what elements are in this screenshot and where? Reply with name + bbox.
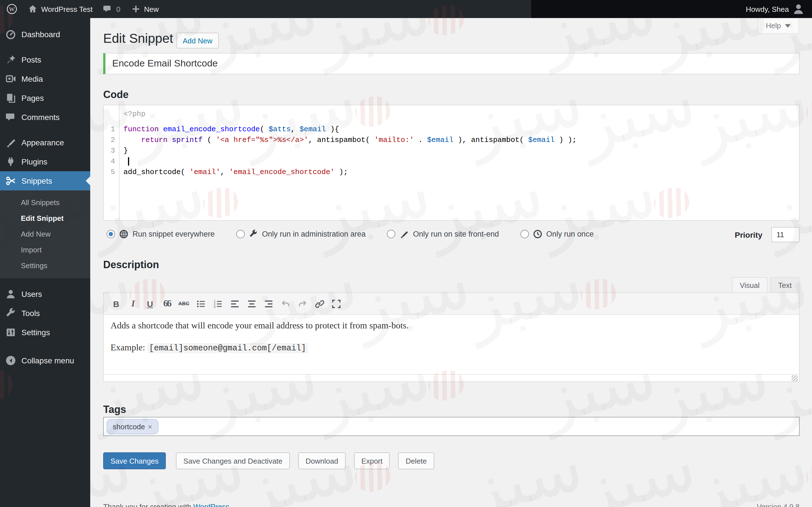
- code-editor[interactable]: <?php1function email_encode_shortcode( $…: [103, 105, 800, 221]
- page-title: Edit Snippet: [103, 31, 173, 47]
- bullet-list-icon: [195, 298, 206, 309]
- sidebar-item-comments[interactable]: Comments: [0, 108, 90, 127]
- radio-circle[interactable]: [236, 230, 245, 238]
- comments-counter[interactable]: 0: [98, 0, 125, 18]
- strikethrough-icon: ABC: [179, 301, 190, 306]
- numbered-list-button[interactable]: 123: [209, 296, 226, 312]
- underline-button[interactable]: U: [142, 296, 158, 312]
- code-section-heading: Code: [103, 89, 129, 101]
- redo-button[interactable]: [294, 296, 311, 312]
- add-new-button[interactable]: Add New: [176, 33, 219, 48]
- sidebar-item-pages[interactable]: Pages: [0, 89, 90, 108]
- save-changes-button[interactable]: Save Changes: [103, 452, 166, 469]
- undo-button[interactable]: [277, 296, 294, 312]
- radio-circle[interactable]: [520, 230, 529, 238]
- sidebar-item-label: Dashboard: [21, 30, 60, 39]
- new-content-menu[interactable]: New: [125, 0, 164, 18]
- save-changes-and-deactivate-button[interactable]: Save Changes and Deactivate: [176, 452, 290, 469]
- sidebar-item-label: Media: [21, 74, 43, 83]
- sidebar-item-posts[interactable]: Posts: [0, 50, 90, 69]
- users-icon: [5, 288, 16, 300]
- tab-visual[interactable]: Visual: [732, 277, 767, 292]
- submenu-item-all-snippets[interactable]: All Snippets: [0, 194, 90, 210]
- align-right-button[interactable]: [260, 296, 277, 312]
- submenu-item-import[interactable]: Import: [0, 242, 90, 258]
- sidebar-item-collapse-menu[interactable]: Collapse menu: [0, 351, 90, 370]
- italic-button[interactable]: I: [124, 296, 142, 312]
- pushpin-icon: [5, 54, 16, 65]
- align-left-icon: [229, 298, 240, 309]
- main-content: Help Edit Snippet Add New Code <?php1fun…: [90, 18, 812, 507]
- remove-tag-icon[interactable]: ×: [148, 422, 152, 431]
- editor-toolbar: BIU66ABC123: [104, 293, 799, 315]
- help-label: Help: [766, 21, 781, 30]
- comment-count: 0: [116, 5, 120, 13]
- fullscreen-icon: [331, 298, 342, 309]
- code-line-text: <?php: [119, 109, 146, 119]
- sidebar-item-tools[interactable]: Tools: [0, 304, 90, 323]
- scope-options: Run snippet everywhereOnly run in admini…: [107, 229, 594, 239]
- resize-grip[interactable]: [792, 375, 798, 381]
- description-editor: BIU66ABC123 Adds a shortcode that will e…: [103, 292, 800, 382]
- editor-statusbar: [104, 374, 799, 383]
- priority-input[interactable]: [771, 227, 800, 242]
- radio-only-run-once[interactable]: Only run once: [520, 229, 594, 239]
- link-button[interactable]: [311, 296, 327, 312]
- sidebar-item-settings[interactable]: Settings: [0, 323, 90, 342]
- sidebar-item-appearance[interactable]: Appearance: [0, 133, 90, 152]
- radio-only-run-on-site-front-end[interactable]: Only run on site front-end: [387, 229, 499, 239]
- radio-circle[interactable]: [387, 230, 396, 238]
- export-button[interactable]: Export: [354, 452, 390, 469]
- wp-logo-menu[interactable]: W: [0, 0, 22, 18]
- strikethrough-button[interactable]: ABC: [175, 296, 192, 312]
- snippet-title-input[interactable]: [103, 53, 800, 74]
- sidebar-item-label: Plugins: [21, 157, 47, 166]
- footer-thanks: Thank you for creating with WordPress.: [103, 503, 232, 507]
- sidebar-item-dashboard[interactable]: Dashboard: [0, 25, 90, 44]
- submenu-item-add-new[interactable]: Add New: [0, 226, 90, 242]
- help-button[interactable]: Help: [757, 18, 799, 34]
- tag-label: shortcode: [113, 422, 145, 431]
- site-name-link[interactable]: WordPress Test: [22, 0, 98, 18]
- radio-circle[interactable]: [107, 230, 115, 238]
- download-button[interactable]: Download: [298, 452, 346, 469]
- italic-icon: I: [132, 298, 135, 309]
- comment-bubble-icon: [103, 4, 113, 14]
- tags-input[interactable]: shortcode×: [103, 417, 800, 436]
- radio-run-snippet-everywhere[interactable]: Run snippet everywhere: [107, 229, 214, 239]
- sidebar-item-media[interactable]: Media: [0, 69, 90, 89]
- align-left-button[interactable]: [226, 296, 243, 312]
- sidebar-item-label: Comments: [21, 113, 59, 122]
- sidebar-item-plugins[interactable]: Plugins: [0, 152, 90, 171]
- line-number: 4: [104, 156, 119, 167]
- priority-label: Priority: [735, 230, 762, 239]
- description-content[interactable]: Adds a shortcode that will encode your e…: [104, 315, 799, 374]
- submenu-item-settings[interactable]: Settings: [0, 258, 90, 273]
- description-example: Example: [email]someone@gmail.com[/email…: [110, 342, 792, 353]
- align-center-button[interactable]: [243, 296, 260, 312]
- menu-gap: [0, 342, 90, 351]
- delete-button[interactable]: Delete: [398, 452, 434, 469]
- blockquote-icon: 66: [163, 298, 170, 309]
- fullscreen-button[interactable]: [327, 296, 345, 312]
- pages-icon: [5, 93, 16, 104]
- code-line-text: }: [119, 145, 128, 156]
- text-cursor: [128, 157, 129, 166]
- submenu-item-edit-snippet[interactable]: Edit Snippet: [0, 210, 90, 226]
- example-shortcode: [email]someone@gmail.com[/email]: [147, 343, 308, 353]
- code-line-text: [119, 156, 129, 167]
- site-name-label: WordPress Test: [41, 5, 93, 13]
- svg-text:3: 3: [213, 305, 215, 308]
- bold-button[interactable]: B: [108, 296, 124, 312]
- wordpress-link[interactable]: WordPress: [193, 503, 229, 507]
- sidebar-item-users[interactable]: Users: [0, 284, 90, 304]
- bullet-list-button[interactable]: [192, 296, 209, 312]
- tab-text[interactable]: Text: [770, 277, 800, 292]
- radio-only-run-in-administration-area[interactable]: Only run in administration area: [236, 229, 366, 239]
- blockquote-button[interactable]: 66: [158, 296, 175, 312]
- code-line-text: return sprintf ( '<a href="%s">%s</a>', …: [119, 135, 576, 145]
- my-account-menu[interactable]: Howdy, Shea: [741, 0, 810, 18]
- tag-chip: shortcode×: [107, 419, 158, 434]
- undo-icon: [280, 298, 291, 309]
- sidebar-item-snippets[interactable]: Snippets: [0, 171, 90, 190]
